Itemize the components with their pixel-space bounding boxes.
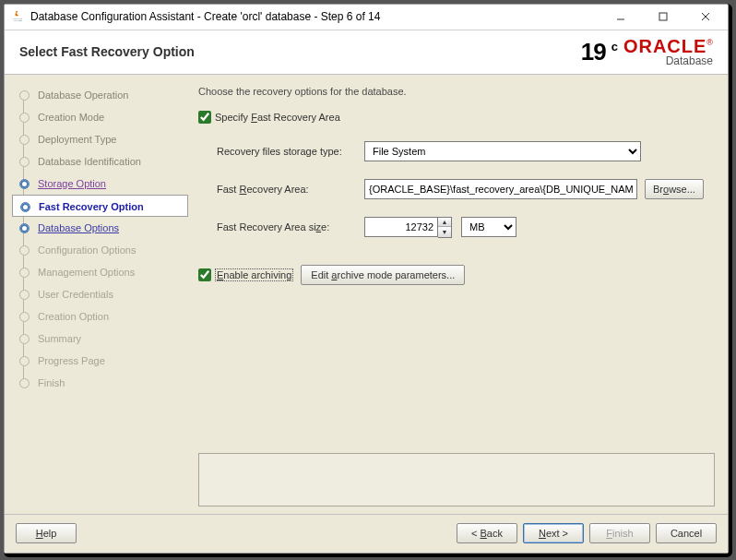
specify-fra-label[interactable]: Specify Fast Recovery Area: [215, 112, 340, 123]
main-panel: Choose the recovery options for the data…: [189, 75, 728, 514]
step-label: Configuration Options: [38, 244, 136, 256]
fra-path-label: Fast Recovery Area:: [217, 184, 364, 195]
step-storage-option[interactable]: Storage Option: [12, 173, 188, 195]
enable-archiving-label[interactable]: Enable archiving: [215, 268, 293, 281]
step-label: Summary: [38, 333, 81, 344]
java-icon: [10, 9, 25, 24]
header: Select Fast Recovery Option 19c ORACLE® …: [5, 30, 728, 75]
step-label: Database Identification: [38, 156, 141, 167]
step-label: User Credentials: [38, 289, 113, 300]
maximize-button[interactable]: [645, 6, 682, 27]
step-summary: Summary: [12, 328, 188, 350]
back-button[interactable]: < Back: [457, 523, 517, 543]
window-title: Database Configuration Assistant - Creat…: [30, 10, 597, 23]
finish-button: Finish: [589, 523, 650, 543]
step-fast-recovery-option: Fast Recovery Option: [12, 195, 188, 217]
step-label: Deployment Type: [38, 134, 116, 145]
fra-path-input[interactable]: [364, 179, 637, 199]
step-label: Finish: [38, 377, 65, 388]
storage-type-select[interactable]: File System: [364, 141, 641, 161]
step-label: Management Options: [38, 267, 135, 278]
brand-sub: Database: [666, 55, 713, 66]
cancel-button[interactable]: Cancel: [656, 523, 717, 543]
instructions: Choose the recovery options for the data…: [198, 86, 715, 97]
version-suffix: c: [611, 40, 618, 54]
step-label: Fast Recovery Option: [39, 201, 144, 212]
wizard-steps: Database OperationCreation ModeDeploymen…: [5, 75, 189, 514]
fra-size-unit-select[interactable]: MB: [461, 217, 516, 237]
step-label: Database Operation: [38, 89, 128, 101]
step-finish: Finish: [12, 372, 188, 394]
step-creation-option: Creation Option: [12, 305, 188, 328]
step-database-options[interactable]: Database Options: [12, 217, 188, 239]
storage-type-label: Recovery files storage type:: [217, 146, 364, 157]
step-label: Creation Option: [38, 311, 109, 322]
step-label[interactable]: Storage Option: [38, 178, 106, 189]
svg-rect-0: [659, 13, 667, 20]
step-deployment-type: Deployment Type: [12, 128, 188, 150]
reg-icon: ®: [706, 38, 713, 47]
message-area: [198, 453, 715, 506]
step-label[interactable]: Database Options: [38, 222, 119, 233]
edit-archive-params-button[interactable]: Edit archive mode parameters...: [301, 265, 465, 285]
fra-size-label: Fast Recovery Area size:: [217, 221, 364, 232]
dbca-window: Database Configuration Assistant - Creat…: [4, 4, 729, 554]
brand-name: ORACLE: [623, 36, 706, 56]
step-user-credentials: User Credentials: [12, 283, 188, 305]
step-creation-mode: Creation Mode: [12, 106, 188, 128]
fra-size-input[interactable]: [364, 217, 438, 237]
step-configuration-options: Configuration Options: [12, 239, 188, 261]
titlebar: Database Configuration Assistant - Creat…: [5, 5, 728, 30]
minimize-button[interactable]: [602, 6, 639, 27]
browse-button[interactable]: Browse...: [645, 179, 704, 199]
fra-size-up[interactable]: ▲: [438, 218, 451, 228]
step-management-options: Management Options: [12, 261, 188, 283]
step-database-operation: Database Operation: [12, 84, 188, 106]
enable-archiving-checkbox[interactable]: [198, 268, 211, 281]
specify-fra-checkbox[interactable]: [198, 111, 211, 124]
footer: Help < Back Next > Finish Cancel: [5, 514, 728, 553]
version-major: 19: [581, 38, 606, 66]
step-label: Creation Mode: [38, 112, 104, 123]
step-database-identification: Database Identification: [12, 150, 188, 173]
step-label: Progress Page: [38, 355, 105, 366]
brand: 19c ORACLE® Database: [581, 37, 713, 66]
step-progress-page: Progress Page: [12, 350, 188, 372]
help-button[interactable]: Help: [16, 523, 77, 543]
next-button[interactable]: Next >: [523, 523, 584, 543]
close-button[interactable]: [687, 6, 724, 27]
fra-size-down[interactable]: ▼: [438, 227, 451, 237]
page-title: Select Fast Recovery Option: [19, 44, 581, 59]
